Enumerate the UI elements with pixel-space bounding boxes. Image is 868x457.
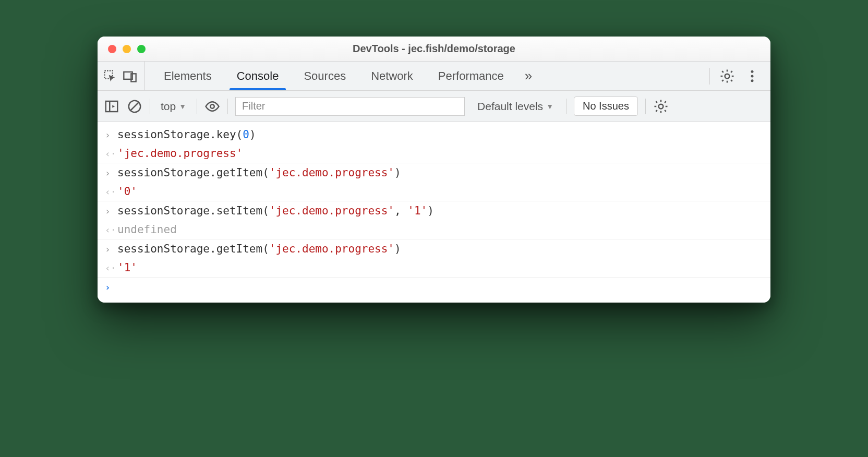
maximize-window-button[interactable] [137, 45, 146, 53]
minimize-window-button[interactable] [123, 45, 131, 53]
console-input-row: ›sessionStorage.getItem('jec.demo.progre… [98, 239, 770, 258]
console-code: undefined [117, 223, 177, 236]
console-input-row: ›sessionStorage.key(0) [98, 125, 770, 144]
output-chevron-icon: ‹· [105, 147, 117, 159]
panel-tabbar: Elements Console Sources Network Perform… [98, 62, 770, 91]
output-chevron-icon: ‹· [105, 261, 117, 273]
output-chevron-icon: ‹· [105, 223, 117, 235]
tab-network[interactable]: Network [359, 62, 425, 90]
console-input-row: ›sessionStorage.setItem('jec.demo.progre… [98, 201, 770, 220]
clear-console-icon[interactable] [127, 99, 142, 114]
svg-point-12 [659, 104, 664, 109]
svg-rect-7 [106, 101, 118, 112]
console-code: sessionStorage.getItem('jec.demo.progres… [117, 166, 401, 179]
console-prompt-row[interactable]: › [98, 278, 770, 296]
titlebar: DevTools - jec.fish/demo/storage [98, 37, 770, 62]
output-chevron-icon: ‹· [105, 185, 117, 197]
console-code: '1' [117, 261, 137, 274]
device-toolbar-icon[interactable] [123, 69, 137, 83]
console-code: sessionStorage.key(0) [117, 128, 256, 141]
console-code: 'jec.demo.progress' [117, 147, 243, 160]
live-expression-eye-icon[interactable] [204, 99, 220, 114]
svg-point-3 [725, 74, 730, 78]
input-chevron-icon: › [105, 205, 117, 217]
prompt-chevron-icon: › [105, 281, 117, 293]
svg-point-6 [751, 79, 754, 82]
chevron-down-icon: ▼ [179, 102, 186, 111]
more-menu-icon[interactable] [744, 68, 760, 84]
console-toolbar: top ▼ Default levels ▼ No Issues [98, 91, 770, 122]
window-title: DevTools - jec.fish/demo/storage [107, 43, 761, 55]
console-output-row: ‹·'0' [98, 182, 770, 201]
tab-performance[interactable]: Performance [427, 62, 515, 90]
settings-gear-icon[interactable] [719, 68, 735, 84]
console-settings-gear-icon[interactable] [653, 99, 669, 114]
svg-point-4 [751, 70, 754, 73]
svg-point-11 [210, 104, 214, 109]
log-levels-selector[interactable]: Default levels ▼ [472, 100, 559, 113]
console-code: '0' [117, 185, 137, 198]
console-output-row: ‹·'1' [98, 258, 770, 278]
console-output-row: ‹·undefined [98, 220, 770, 239]
chevron-down-icon: ▼ [546, 102, 553, 111]
svg-line-10 [131, 102, 139, 110]
tab-sources[interactable]: Sources [292, 62, 357, 90]
tab-console[interactable]: Console [225, 62, 291, 90]
window-controls [108, 45, 146, 53]
console-code: sessionStorage.getItem('jec.demo.progres… [117, 243, 401, 255]
close-window-button[interactable] [108, 45, 116, 53]
input-chevron-icon: › [105, 166, 117, 178]
tabs-overflow-button[interactable]: » [517, 62, 539, 90]
svg-point-5 [751, 75, 754, 77]
execution-context-selector[interactable]: top ▼ [158, 100, 189, 113]
console-code: sessionStorage.setItem('jec.demo.progres… [117, 205, 434, 217]
toggle-sidebar-icon[interactable] [104, 99, 119, 114]
devtools-window: DevTools - jec.fish/demo/storage Element… [98, 37, 770, 303]
input-chevron-icon: › [105, 243, 117, 255]
inspect-element-icon[interactable] [103, 69, 117, 83]
console-output: ›sessionStorage.key(0)‹·'jec.demo.progre… [98, 122, 770, 303]
console-input-row: ›sessionStorage.getItem('jec.demo.progre… [98, 163, 770, 182]
input-chevron-icon: › [105, 128, 117, 140]
filter-input[interactable] [235, 97, 465, 116]
console-output-row: ‹·'jec.demo.progress' [98, 144, 770, 163]
issues-button[interactable]: No Issues [574, 97, 638, 116]
tab-elements[interactable]: Elements [152, 62, 223, 90]
